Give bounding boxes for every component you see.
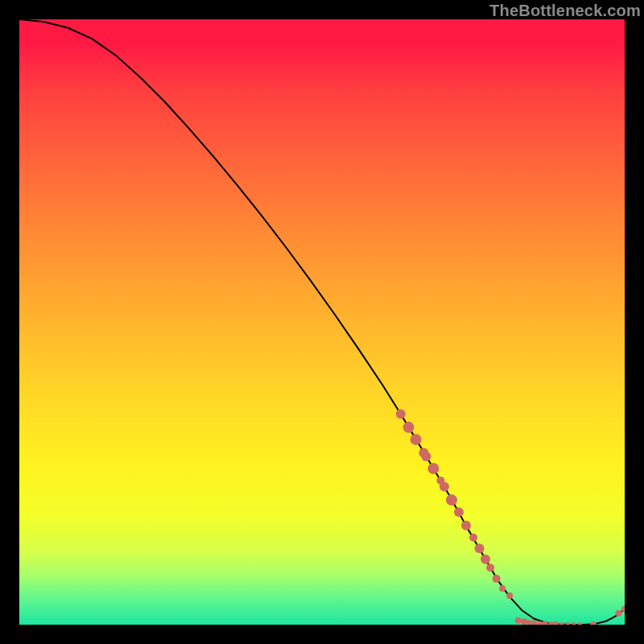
sample-point [440,482,449,492]
sample-point [521,618,527,625]
sample-points [396,409,625,625]
bottleneck-curve [19,19,625,625]
sample-point [486,564,494,572]
sample-point [461,521,471,530]
sample-point [499,585,506,592]
sample-point [475,543,485,553]
sample-point [454,507,464,517]
sample-point [427,463,439,474]
sample-point [396,409,406,419]
plot-overlay [19,19,625,625]
sample-point [530,621,537,625]
sample-point [469,534,477,542]
sample-point [403,422,415,433]
sample-point [446,494,457,506]
sample-point [493,575,501,583]
chart-stage: TheBottleneck.com [0,0,644,644]
plot-area [19,19,625,625]
sample-point [590,621,597,625]
sample-point [559,622,564,625]
sample-point [411,434,422,445]
sample-point [515,617,522,624]
sample-point [577,622,582,625]
sample-point [481,555,490,564]
watermark-label: TheBottleneck.com [489,2,641,20]
sample-point [421,452,431,461]
sample-point [572,622,576,625]
bottleneck-curve-path [19,19,625,625]
sample-point [506,592,513,599]
sample-point [565,622,570,625]
sample-point [615,610,621,617]
sample-point [552,621,559,625]
